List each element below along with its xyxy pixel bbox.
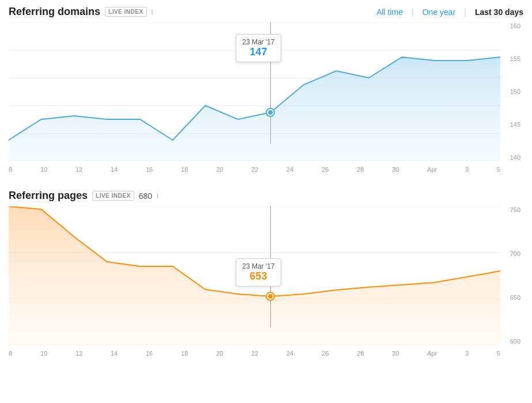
crosshair-line-pages bbox=[270, 206, 271, 327]
chart-svg-area-pages: 23 Mar '17 653 bbox=[9, 206, 500, 345]
data-point-dot bbox=[267, 109, 274, 116]
x-axis-domains: 8 10 12 14 16 18 20 22 24 26 28 30 Apr 3… bbox=[9, 164, 500, 178]
svg-marker-11 bbox=[9, 206, 500, 345]
referring-domains-title: Referring domains bbox=[9, 6, 100, 18]
referring-pages-section: Referring pages LIVE INDEX 680 i 750 700… bbox=[9, 190, 523, 362]
separator: | bbox=[412, 7, 414, 17]
referring-pages-chart: 750 700 650 600 bbox=[9, 206, 523, 362]
live-index-badge: LIVE INDEX bbox=[105, 7, 147, 17]
filter-last-30[interactable]: Last 30 days bbox=[475, 7, 523, 17]
filter-all-time[interactable]: All time bbox=[376, 7, 403, 17]
chart-svg-area: 23 Mar '17 147 bbox=[9, 22, 500, 161]
referring-domains-chart: 160 155 150 145 140 bbox=[9, 22, 523, 178]
filter-one-year[interactable]: One year bbox=[422, 7, 456, 17]
separator2: | bbox=[464, 7, 466, 17]
y-label: 600 bbox=[510, 338, 520, 345]
y-label: 750 bbox=[510, 206, 520, 213]
x-axis-pages: 8 10 12 14 16 18 20 22 24 26 28 30 Apr 3… bbox=[9, 348, 500, 362]
y-label: 145 bbox=[510, 121, 520, 128]
referring-domains-header: Referring domains LIVE INDEX i All time … bbox=[9, 6, 523, 18]
referring-domains-section: Referring domains LIVE INDEX i All time … bbox=[9, 6, 523, 178]
svg-marker-6 bbox=[9, 57, 500, 161]
info-icon-pages[interactable]: i bbox=[157, 191, 159, 200]
y-axis-domains: 160 155 150 145 140 bbox=[500, 22, 523, 161]
y-axis-pages: 750 700 650 600 bbox=[500, 206, 523, 345]
referring-pages-title: Referring pages bbox=[9, 190, 88, 202]
y-label: 650 bbox=[510, 294, 520, 301]
y-label: 140 bbox=[510, 154, 520, 161]
title-group: Referring domains LIVE INDEX i bbox=[9, 6, 153, 18]
title-group-pages: Referring pages LIVE INDEX 680 i bbox=[9, 190, 159, 202]
time-filters: All time | One year | Last 30 days bbox=[376, 7, 523, 17]
live-index-badge-pages: LIVE INDEX bbox=[92, 191, 134, 201]
pages-count: 680 bbox=[139, 191, 152, 201]
crosshair-line bbox=[270, 22, 271, 144]
referring-pages-header: Referring pages LIVE INDEX 680 i bbox=[9, 190, 523, 202]
y-label: 700 bbox=[510, 250, 520, 257]
y-label: 150 bbox=[510, 88, 520, 95]
y-label: 160 bbox=[510, 22, 520, 29]
y-label: 155 bbox=[510, 55, 520, 62]
data-point-dot-pages bbox=[267, 293, 274, 300]
info-icon[interactable]: i bbox=[152, 7, 153, 16]
